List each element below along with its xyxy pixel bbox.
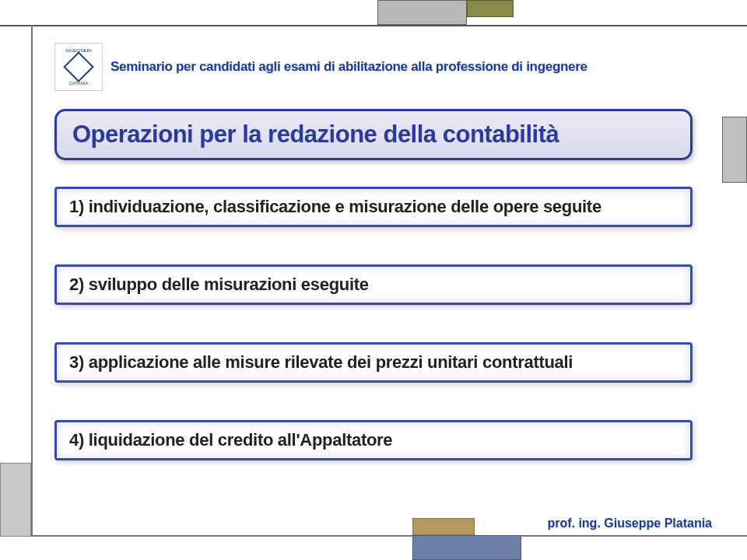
list-item: 3) applicazione alle misure rilevate dei… — [54, 342, 693, 383]
list-item-text: 3) applicazione alle misure rilevate dei… — [69, 352, 573, 372]
list-item-text: 4) liquidazione del credito all'Appaltat… — [69, 430, 392, 450]
footer-credit: prof. ing. Giuseppe Platania — [547, 516, 712, 530]
logo-shape — [63, 51, 94, 82]
decor-block — [412, 535, 521, 560]
slide: INGEGNERI CATANIA Seminario per candidat… — [0, 0, 747, 560]
decor-block — [0, 463, 31, 537]
slide-title-box: Operazioni per la redazione della contab… — [54, 109, 693, 160]
list-item-text: 1) individuazione, classificazione e mis… — [69, 197, 601, 216]
header: INGEGNERI CATANIA Seminario per candidat… — [54, 43, 587, 91]
decor-block — [377, 0, 467, 25]
list-item: 2) sviluppo delle misurazioni eseguite — [54, 264, 693, 305]
decor-block — [467, 0, 514, 17]
seminar-title: Seminario per candidati agli esami di ab… — [110, 59, 587, 75]
list-item-text: 2) sviluppo delle misurazioni eseguite — [69, 275, 369, 294]
slide-title: Operazioni per la redazione della contab… — [72, 121, 559, 148]
decor-line — [0, 25, 747, 26]
decor-block — [412, 518, 475, 535]
decor-line — [31, 25, 33, 535]
list-item: 4) liquidazione del credito all'Appaltat… — [54, 420, 693, 460]
decor-line — [31, 535, 747, 537]
list-item: 1) individuazione, classificazione e mis… — [54, 187, 693, 227]
decor-block — [722, 117, 747, 183]
logo-icon: INGEGNERI CATANIA — [54, 43, 103, 91]
